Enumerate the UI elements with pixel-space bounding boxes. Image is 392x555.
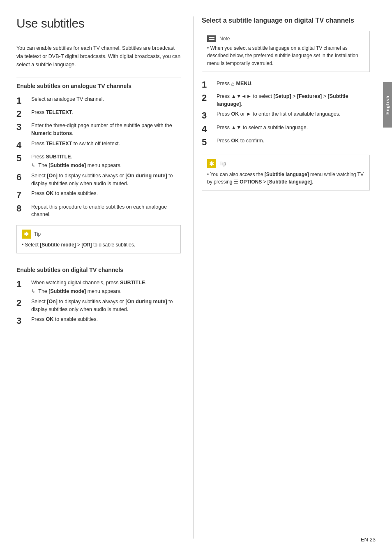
section2-steps: 1 When watching digital channels, press … <box>16 279 181 326</box>
right-column: Select a subtitle language on digital TV… <box>193 16 370 539</box>
page-number: EN 23 <box>361 536 376 543</box>
home-icon: ⌂ <box>231 80 235 87</box>
right-tip-content: • You can also access the [Subtitle lang… <box>207 171 364 186</box>
note-icon <box>207 35 216 42</box>
side-tab: English <box>383 82 392 128</box>
r-step-4: 4 Press ▲▼ to select a subtitle language… <box>202 124 370 135</box>
title-divider <box>16 38 181 38</box>
section2-title: Enable subtitles on digital TV channels <box>16 261 181 274</box>
step-7: 7 Press OK to enable subtitles. <box>16 190 181 200</box>
section1-steps: 1 Select an analogue TV channel. 2 Press… <box>16 95 181 219</box>
tip-header: ✱ Tip <box>22 230 175 239</box>
step-5: 5 Press SUBTITLE. ↳ The [Subtitle mode] … <box>16 153 181 170</box>
r-step-3: 3 Press OK or ► to enter the list of ava… <box>202 110 370 121</box>
step-1: 1 Select an analogue TV channel. <box>16 95 181 106</box>
tip-content: • Select [Subtitle mode] > [Off] to disa… <box>22 241 175 249</box>
note-header: Note <box>207 35 364 42</box>
section1-tip-box: ✱ Tip • Select [Subtitle mode] > [Off] t… <box>16 225 181 253</box>
right-tip-box: ✱ Tip • You can also access the [Subtitl… <box>202 155 370 190</box>
r-step-5: 5 Press OK to confirm. <box>202 137 370 148</box>
step-8: 8 Repeat this procedure to enable subtit… <box>16 203 181 219</box>
step-3: 3 Enter the three-digit page number of t… <box>16 122 181 137</box>
r-step-2: 2 Press ▲▼◄► to select [Setup] > [Featur… <box>202 93 370 108</box>
side-tab-label: English <box>385 95 390 115</box>
tip-label: Tip <box>34 231 41 237</box>
right-tip-icon: ✱ <box>207 159 216 168</box>
note-content: • When you select a subtitle language on… <box>207 44 364 67</box>
left-column: Use subtitles You can enable subtitles f… <box>16 16 193 539</box>
page-title: Use subtitles <box>16 16 181 30</box>
tip-icon: ✱ <box>22 230 31 239</box>
right-steps: 1 Press ⌂ MENU. 2 Press ▲▼◄► to select [… <box>202 79 370 148</box>
step-2: 2 Press TELETEXT. <box>16 109 181 119</box>
section1-title: Enable subtitles on analogue TV channels <box>16 77 181 91</box>
intro-text: You can enable subtitles for each TV cha… <box>16 44 181 69</box>
main-content: Use subtitles You can enable subtitles f… <box>0 0 382 555</box>
note-label: Note <box>219 36 230 42</box>
step-6: 6 Select [On] to display subtitles alway… <box>16 172 181 188</box>
right-tip-label: Tip <box>219 161 226 167</box>
note-box: Note • When you select a subtitle langua… <box>202 31 370 72</box>
s2-step-3: 3 Press OK to enable subtitles. <box>16 316 181 326</box>
right-title: Select a subtitle language on digital TV… <box>202 16 370 25</box>
step-4: 4 Press TELETEXT to switch off teletext. <box>16 140 181 151</box>
r-step-1: 1 Press ⌂ MENU. <box>202 79 370 90</box>
s2-step-1: 1 When watching digital channels, press … <box>16 279 181 295</box>
right-tip-header: ✱ Tip <box>207 159 364 168</box>
page: English Use subtitles You can enable sub… <box>0 0 392 555</box>
s2-step-2: 2 Select [On] to display subtitles alway… <box>16 298 181 313</box>
